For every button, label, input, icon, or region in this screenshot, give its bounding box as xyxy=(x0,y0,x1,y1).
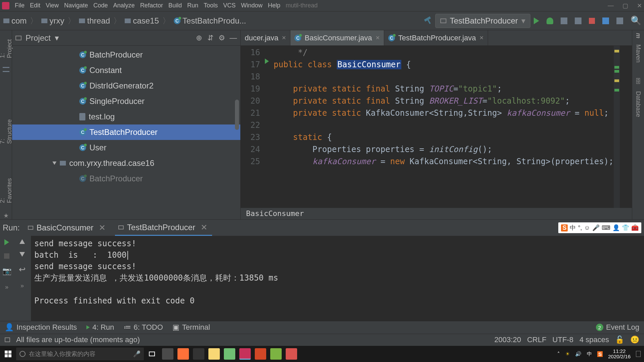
close-tab-icon[interactable]: ✕ xyxy=(282,35,286,41)
ime-mic-icon[interactable]: 🎤 xyxy=(592,224,600,231)
start-button[interactable] xyxy=(0,346,16,362)
tool-todo-button[interactable]: ≔6: TODO xyxy=(124,323,163,332)
menu-edit[interactable]: Edit xyxy=(30,2,40,9)
run-tab-active[interactable]: TestBatchProducer✕ xyxy=(115,220,212,236)
taskbar-app-terminal[interactable] xyxy=(193,348,204,360)
menu-view[interactable]: View xyxy=(46,2,59,9)
tray-chevron-up-icon[interactable]: ˄ xyxy=(557,351,560,357)
taskbar-app-explorer[interactable] xyxy=(208,348,220,360)
breadcrumb-item[interactable]: case15 xyxy=(123,15,161,26)
breadcrumb-item[interactable]: CTestBatchProdu... xyxy=(172,15,248,26)
minimize-icon[interactable]: — xyxy=(608,2,614,9)
toolwindows-toggle-icon[interactable] xyxy=(5,337,10,342)
tray-sogou-icon[interactable]: S xyxy=(597,351,603,357)
tree-item[interactable]: CDistrIdGenerator2 xyxy=(12,78,240,94)
file-encoding[interactable]: UTF-8 xyxy=(553,335,573,344)
taskbar-app[interactable] xyxy=(286,348,297,360)
scroll-down-icon[interactable] xyxy=(19,252,25,257)
more-icon[interactable]: » xyxy=(21,282,24,289)
stop-icon[interactable] xyxy=(4,253,9,259)
git-icon[interactable] xyxy=(602,17,609,24)
menu-code[interactable]: Code xyxy=(93,2,108,9)
chevron-down-icon[interactable]: ▾ xyxy=(55,33,59,43)
maximize-icon[interactable]: ▢ xyxy=(622,2,628,9)
stop-icon[interactable] xyxy=(589,18,595,24)
tree-item-selected[interactable]: CTestBatchProducer xyxy=(12,124,240,140)
menu-refactor[interactable]: Refactor xyxy=(140,2,163,9)
tray-weather-icon[interactable]: ☀ xyxy=(565,351,570,357)
run-tab[interactable]: BasicConsumer✕ xyxy=(25,220,110,236)
menu-analyze[interactable]: Analyze xyxy=(113,2,135,9)
tree-package[interactable]: com.yrxy.thread.case16 xyxy=(12,155,240,171)
gear-icon[interactable]: ⚙ xyxy=(218,34,226,42)
tool-database-button[interactable]: Database xyxy=(635,91,642,117)
tree-item[interactable]: CUser xyxy=(12,140,240,155)
error-stripe[interactable] xyxy=(614,46,620,219)
scrollbar-thumb[interactable] xyxy=(235,100,239,130)
gutter-run-icon[interactable] xyxy=(265,59,269,64)
collapse-icon[interactable]: ⇵ xyxy=(207,34,214,42)
tool-terminal-button[interactable]: ▣Terminal xyxy=(172,323,210,332)
editor-breadcrumb[interactable]: BasicConsumer xyxy=(241,208,632,219)
taskbar-app-firefox[interactable] xyxy=(177,348,189,360)
tool-run-button[interactable]: 4: Run xyxy=(86,323,114,332)
search-everywhere-icon[interactable]: 🔍 xyxy=(631,15,641,26)
taskbar-app[interactable] xyxy=(270,348,282,360)
ime-skin-icon[interactable]: 👕 xyxy=(622,224,629,231)
indent-settings[interactable]: 4 spaces xyxy=(579,335,609,344)
layout-icon[interactable] xyxy=(616,17,623,24)
ime-person-icon[interactable]: 👤 xyxy=(612,224,620,231)
tray-volume-icon[interactable]: 🔊 xyxy=(575,351,581,357)
locate-icon[interactable]: ⊕ xyxy=(195,34,203,42)
taskbar-app[interactable] xyxy=(162,348,173,360)
close-tab-icon[interactable]: ✕ xyxy=(375,35,380,41)
code-content[interactable]: */ public class BasicConsumer { private … xyxy=(264,46,632,219)
breadcrumb-item[interactable]: thread xyxy=(77,15,112,26)
tool-favorites-button[interactable]: 2: Favorites xyxy=(0,174,13,203)
task-view-button[interactable] xyxy=(144,346,160,362)
warning-marker[interactable] xyxy=(614,79,619,82)
taskbar-app[interactable] xyxy=(224,348,235,360)
warning-marker[interactable] xyxy=(614,50,619,52)
run-icon[interactable] xyxy=(534,17,539,24)
ime-keyboard-icon[interactable]: ⌨ xyxy=(602,224,610,231)
editor-tab-active[interactable]: CBasicConsumer.java✕ xyxy=(290,30,384,45)
profile-icon[interactable] xyxy=(575,17,581,24)
more-icon[interactable]: » xyxy=(5,284,8,291)
caret-position[interactable]: 2003:20 xyxy=(494,335,521,344)
menu-navigate[interactable]: Navigate xyxy=(64,2,88,9)
close-icon[interactable]: ✕ xyxy=(637,2,642,9)
build-icon[interactable] xyxy=(424,16,433,25)
tray-date[interactable]: 2020/2/16 xyxy=(608,354,631,359)
scroll-up-icon[interactable] xyxy=(19,239,25,244)
tray-notifications-icon[interactable] xyxy=(636,351,641,357)
close-tab-icon[interactable]: ✕ xyxy=(99,223,106,232)
editor-tab[interactable]: ducer.java✕ xyxy=(241,30,290,45)
tool-eventlog-button[interactable]: 2Event Log xyxy=(596,323,639,332)
console-output[interactable]: send message success! batch is : 1000 se… xyxy=(31,236,644,321)
tool-structure-button[interactable]: 7: Structure xyxy=(0,115,13,144)
tray-ime-icon[interactable]: 中 xyxy=(587,351,592,357)
database-icon[interactable]: 🗄 xyxy=(635,78,641,85)
ime-lang[interactable]: 中 xyxy=(570,224,576,232)
memory-indicator-icon[interactable]: 😐 xyxy=(630,335,639,344)
ime-punct-icon[interactable]: °, xyxy=(578,224,582,231)
tray-time[interactable]: 11:22 xyxy=(608,349,631,354)
coverage-icon[interactable] xyxy=(561,17,567,24)
menu-window[interactable]: Window xyxy=(241,2,263,9)
menu-help[interactable]: Help xyxy=(268,2,280,9)
project-tree[interactable]: CBatchProducer CConstant CDistrIdGenerat… xyxy=(12,46,240,219)
menu-tools[interactable]: Tools xyxy=(204,2,218,9)
tree-item[interactable]: CConstant xyxy=(12,63,240,78)
project-files-icon[interactable] xyxy=(3,67,9,72)
taskbar-app-intellij[interactable] xyxy=(239,348,251,360)
close-tab-icon[interactable]: ✕ xyxy=(201,223,207,232)
project-panel-title[interactable]: Project xyxy=(26,33,51,43)
ime-toolbar[interactable]: S 中 °, ☺ 🎤 ⌨ 👤 👕 🧰 xyxy=(558,222,641,233)
tree-item[interactable]: test.log xyxy=(12,109,240,124)
tool-project-button[interactable]: 1: Project xyxy=(0,34,13,58)
menu-file[interactable]: FileFile xyxy=(15,2,25,9)
ime-toolbox-icon[interactable]: 🧰 xyxy=(631,224,639,231)
hide-icon[interactable]: — xyxy=(230,34,237,42)
menu-run[interactable]: Run xyxy=(187,2,198,9)
